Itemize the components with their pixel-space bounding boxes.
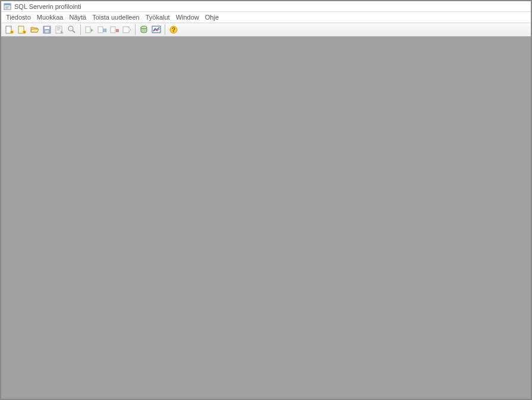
titlebar: SQL Serverin profilointi [1,1,531,12]
clear-icon [122,25,131,34]
stop-button[interactable] [108,24,120,36]
new-template-button[interactable] [16,24,28,36]
svg-rect-17 [98,27,103,33]
toolbar-separator [80,24,81,35]
svg-text:?: ? [172,27,175,33]
menu-edit[interactable]: Muokkaa [34,13,66,21]
svg-rect-19 [105,29,106,32]
menu-tools[interactable]: Työkalut [143,13,172,21]
menu-view[interactable]: Näytä [67,13,89,21]
toolbar: ? [1,23,531,37]
svg-point-24 [141,26,147,29]
start-button[interactable] [83,24,95,36]
menu-window[interactable]: Window [174,13,202,21]
pause-icon [97,25,106,34]
find-icon [67,25,77,34]
save-button[interactable] [41,24,53,36]
new-template-icon [17,25,27,34]
stop-icon [109,25,119,34]
menu-file[interactable]: Tiedosto [4,13,33,21]
activity-button[interactable] [150,24,162,36]
pause-button[interactable] [96,24,108,36]
window-title: SQL Serverin profilointi [14,3,81,10]
svg-rect-9 [45,27,49,29]
svg-rect-1 [4,4,11,5]
help-icon: ? [169,25,178,34]
workspace-area [1,37,531,399]
svg-rect-20 [111,27,115,33]
open-file-button[interactable] [29,24,40,36]
save-icon [42,25,52,34]
svg-rect-18 [103,29,105,32]
db-tuning-button[interactable] [138,24,150,36]
properties-icon [55,25,64,34]
app-icon [4,2,12,11]
properties-button[interactable] [53,24,65,36]
db-tuning-icon [139,25,149,34]
svg-rect-2 [5,7,10,7]
find-button[interactable] [66,24,78,36]
clear-button[interactable] [121,24,133,36]
svg-point-15 [68,26,73,31]
run-icon [84,25,94,34]
svg-rect-3 [5,8,8,8]
menubar: Tiedosto Muokkaa Näytä Toista uudelleen … [1,12,531,23]
svg-rect-21 [116,29,119,32]
new-trace-button[interactable] [4,24,15,36]
toolbar-separator [135,24,136,35]
chart-icon [152,25,161,34]
svg-rect-16 [86,27,90,33]
menu-replay[interactable]: Toista uudelleen [90,13,142,21]
help-button[interactable]: ? [168,24,180,36]
svg-rect-12 [57,27,61,28]
svg-rect-14 [57,30,59,30]
open-folder-icon [30,25,39,34]
svg-rect-13 [57,29,61,29]
toolbar-separator [165,24,165,35]
menu-help[interactable]: Ohje [203,13,221,21]
new-trace-icon [5,25,14,34]
svg-rect-10 [45,30,49,33]
